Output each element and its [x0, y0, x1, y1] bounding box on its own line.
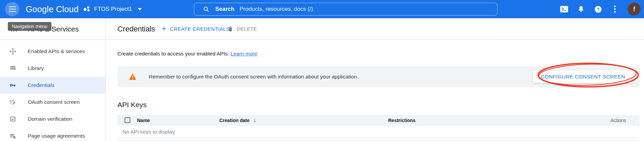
oauth-warning-banner: Remember to configure the OAuth consent … [117, 66, 640, 87]
sidebar-item-page-usage[interactable]: Page usage agreements [0, 127, 105, 141]
warning-icon [129, 73, 137, 80]
project-icon [83, 6, 90, 13]
project-selector[interactable]: FTOS Project1 [83, 0, 142, 18]
sidebar-item-credentials[interactable]: Credentials [0, 77, 105, 94]
column-header-name: Name [137, 115, 150, 126]
hamburger-icon [9, 6, 16, 7]
google-cloud-console: GoogleCloud FTOS Project1 Search Product… [0, 0, 644, 141]
banner-message: Remember to configure the OAuth consent … [149, 74, 358, 80]
next-section-strip [117, 140, 640, 141]
trash-icon [227, 25, 234, 32]
notifications-button[interactable] [577, 5, 585, 13]
topbar-actions: ? f [560, 0, 641, 18]
sidebar-item-label: Page usage agreements [28, 133, 85, 139]
sidebar-item-domain-verification[interactable]: Domain verification [0, 111, 105, 127]
sidebar-item-label: Enabled APIs & services [28, 48, 85, 54]
search-label: Search [215, 6, 235, 13]
api-keys-empty-row: No API keys to display [117, 126, 640, 138]
sidebar-items: Enabled APIs & services Library [0, 43, 105, 141]
sidebar-item-label: OAuth consent screen [28, 99, 80, 105]
page-title: Credentials [117, 18, 155, 40]
top-app-bar: GoogleCloud FTOS Project1 Search Product… [0, 0, 644, 18]
bell-icon [577, 5, 585, 13]
checkbox-check-icon [9, 116, 17, 122]
sidebar: APIs & Services Enabled APIs & services [0, 18, 106, 141]
api-keys-table-header: Name Creation date ↓ Restrictions Action… [117, 115, 640, 126]
google-cloud-logo: GoogleCloud [26, 0, 79, 18]
logo-google: Google [26, 4, 53, 14]
cloud-shell-button[interactable] [560, 5, 568, 13]
column-header-creation-date: Creation date ↓ [219, 115, 256, 126]
empty-message: No API keys to display [123, 126, 175, 138]
cloud-shell-icon [560, 6, 568, 13]
page-toolbar: Credentials + CREATE CREDENTIALS DELETE [106, 18, 644, 40]
navigation-menu-tooltip: Navigation menu [8, 22, 51, 31]
configure-consent-screen-button[interactable]: CONFIGURE CONSENT SCREEN [533, 70, 633, 83]
sidebar-item-label: Library [28, 65, 44, 71]
search-icon [203, 6, 209, 13]
search-placeholder: Products, resources, docs (/) [240, 6, 313, 13]
three-dot-menu-icon [614, 5, 616, 13]
create-credentials-button[interactable]: + CREATE CREDENTIALS [162, 23, 229, 35]
column-header-actions: Actions [610, 115, 626, 126]
enabled-apis-icon [9, 48, 17, 55]
help-button[interactable]: ? [594, 5, 602, 13]
api-keys-section-title: API Keys [117, 99, 147, 110]
column-header-restrictions: Restrictions [388, 115, 416, 126]
select-all-checkbox[interactable] [125, 117, 130, 123]
navigation-menu-button[interactable] [5, 2, 19, 16]
intro-text: Create credentials to access your enable… [117, 51, 258, 57]
sidebar-item-label: Domain verification [28, 116, 72, 122]
agreements-gear-icon [9, 132, 17, 140]
sidebar-item-library[interactable]: Library [0, 60, 105, 77]
main-content: Credentials + CREATE CREDENTIALS DELETE … [106, 18, 644, 141]
avatar-letter: f [633, 5, 635, 13]
sort-descending-icon[interactable]: ↓ [253, 115, 256, 126]
svg-text:?: ? [597, 7, 599, 12]
account-avatar[interactable]: f [628, 3, 641, 16]
chevron-down-icon [138, 8, 142, 10]
consent-screen-icon [9, 98, 17, 106]
sidebar-item-oauth-consent[interactable]: OAuth consent screen [0, 94, 105, 111]
help-icon: ? [594, 5, 602, 13]
project-name: FTOS Project1 [94, 6, 132, 13]
logo-cloud: Cloud [56, 4, 79, 14]
library-icon [9, 65, 17, 72]
learn-more-link[interactable]: Learn more [230, 51, 257, 56]
plus-icon: + [162, 24, 166, 33]
sidebar-item-enabled-apis[interactable]: Enabled APIs & services [0, 43, 105, 60]
key-icon [9, 81, 17, 89]
delete-button[interactable]: DELETE [227, 23, 257, 35]
search-bar[interactable]: Search Products, resources, docs (/) [194, 3, 497, 16]
sidebar-item-label: Credentials [28, 82, 54, 88]
more-options-button[interactable] [611, 5, 619, 13]
